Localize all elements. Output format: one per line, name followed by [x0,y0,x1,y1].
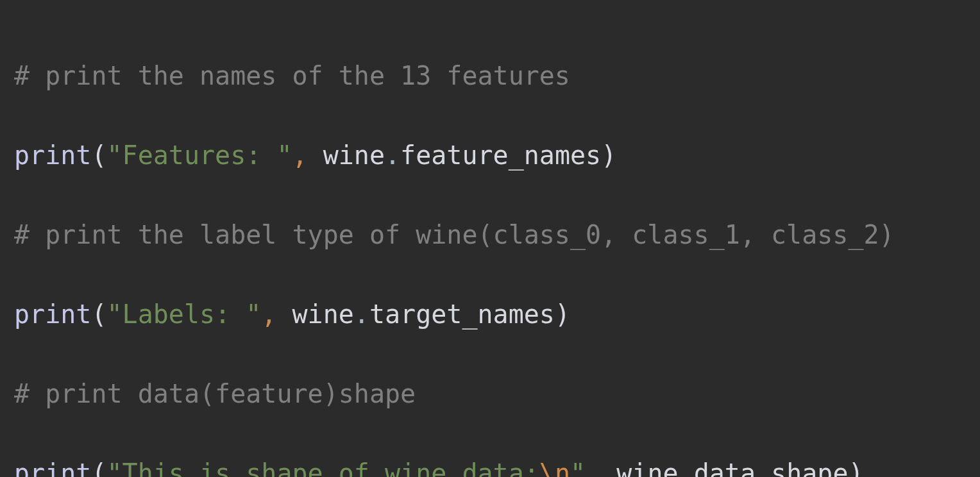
whitespace [601,458,616,477]
string-token: " [570,458,586,477]
string-token: "Features: " [107,140,292,170]
code-line[interactable]: print("Labels: ", wine.target_names) [6,294,974,334]
comma-token: , [586,458,601,477]
identifier-token: feature_names [400,140,601,170]
code-line[interactable]: print("This is shape of wine_data:\n", w… [6,453,974,477]
identifier-token: wine [616,458,678,477]
dot-token: . [354,299,369,329]
identifier-token: data [694,458,756,477]
dot-token: . [385,140,400,170]
code-line[interactable]: print("Features: ", wine.feature_names) [6,135,974,175]
string-token: "This is shape of wine_data: [107,458,539,477]
string-token: "Labels: " [107,299,262,329]
paren-token: ) [601,140,616,170]
dot-token: . [679,458,694,477]
paren-token: ( [91,140,106,170]
paren-token: ) [555,299,570,329]
code-editor[interactable]: # print the names of the 13 features pri… [0,0,980,477]
identifier-token: wine [292,299,354,329]
whitespace [308,140,323,170]
comma-token: , [292,140,308,170]
function-call-token: print [14,299,91,329]
function-call-token: print [14,458,91,477]
paren-token: ) [849,458,864,477]
escape-token: \n [539,458,570,477]
identifier-token: wine [323,140,385,170]
comment-token: # print the label type of wine(class_0, … [14,220,895,249]
identifier-token: shape [771,458,848,477]
identifier-token: target_names [369,299,555,329]
code-line[interactable]: # print data(feature)shape [6,374,974,414]
comment-token: # print the names of the 13 features [14,61,570,90]
comma-token: , [261,299,276,329]
comment-token: # print data(feature)shape [14,379,416,408]
function-call-token: print [14,140,91,170]
dot-token: . [756,458,771,477]
code-line[interactable]: # print the label type of wine(class_0, … [6,215,974,255]
paren-token: ( [91,458,106,477]
paren-token: ( [91,299,106,329]
whitespace [276,299,292,329]
code-line[interactable]: # print the names of the 13 features [6,56,974,96]
